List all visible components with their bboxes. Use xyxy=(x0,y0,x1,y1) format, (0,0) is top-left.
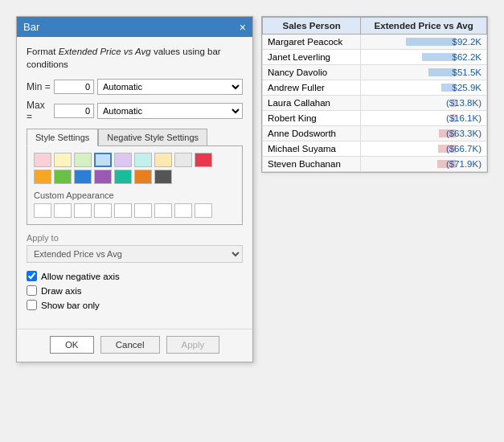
min-row: Min = Automatic xyxy=(27,79,243,95)
cell-value: ($71.9K) xyxy=(361,157,487,172)
allow-negative-axis-row: Allow negative axis xyxy=(27,271,243,281)
apply-to-select[interactable]: Extended Price vs Avg xyxy=(27,245,243,263)
table-row: Michael Suyama($66.7K) xyxy=(263,141,487,157)
min-select[interactable]: Automatic xyxy=(97,79,243,95)
draw-axis-label: Draw axis xyxy=(41,286,81,296)
custom-swatch-grid xyxy=(34,203,236,218)
custom-swatch-2[interactable] xyxy=(54,203,72,218)
swatch-2[interactable] xyxy=(74,153,92,167)
dialog-description: Format Extended Price vs Avg values usin… xyxy=(27,45,243,71)
draw-axis-row: Draw axis xyxy=(27,285,243,296)
table-row: Laura Callahan($13.8K) xyxy=(263,96,487,111)
data-table: Sales Person Extended Price vs Avg Marga… xyxy=(262,17,487,172)
swatch-10[interactable] xyxy=(54,170,72,184)
swatch-3[interactable] xyxy=(94,153,112,167)
max-label: Max = xyxy=(27,100,51,122)
max-input[interactable] xyxy=(54,104,94,118)
max-row: Max = Automatic xyxy=(27,100,243,122)
swatch-1[interactable] xyxy=(54,153,72,167)
tab-negative-style-settings[interactable]: Negative Style Settings xyxy=(98,129,207,146)
cell-sales-person: Janet Leverling xyxy=(263,50,361,65)
custom-swatch-8[interactable] xyxy=(174,203,192,218)
cell-value: ($13.8K) xyxy=(361,96,487,111)
bar-dialog: Bar × Format Extended Price vs Avg value… xyxy=(16,16,253,362)
cell-sales-person: Robert King xyxy=(263,111,361,126)
cell-sales-person: Michael Suyama xyxy=(263,141,361,157)
min-label: Min = xyxy=(27,81,51,92)
cell-value: ($16.1K) xyxy=(361,111,487,126)
table-row: Nancy Davolio$51.5K xyxy=(263,65,487,80)
cell-sales-person: Anne Dodsworth xyxy=(263,126,361,141)
swatch-14[interactable] xyxy=(134,170,152,184)
show-bar-only-row: Show bar only xyxy=(27,300,243,310)
table-header-row: Sales Person Extended Price vs Avg xyxy=(263,18,487,35)
cell-value: $25.9K xyxy=(361,80,487,96)
ok-button[interactable]: OK xyxy=(50,336,94,354)
swatch-8[interactable] xyxy=(195,153,212,167)
table-row: Robert King($16.1K) xyxy=(263,111,487,126)
allow-negative-axis-label: Allow negative axis xyxy=(41,272,120,281)
swatch-7[interactable] xyxy=(174,153,192,167)
dialog-buttons: OK Cancel Apply xyxy=(17,329,252,362)
custom-swatch-6[interactable] xyxy=(134,203,152,218)
show-bar-only-checkbox[interactable] xyxy=(27,300,37,310)
swatch-12[interactable] xyxy=(94,170,112,184)
apply-to-label: Apply to xyxy=(27,233,243,243)
cancel-button[interactable]: Cancel xyxy=(100,336,160,354)
custom-swatch-4[interactable] xyxy=(94,203,112,218)
table-row: Anne Dodsworth($63.3K) xyxy=(263,126,487,141)
swatch-9[interactable] xyxy=(34,170,51,184)
cell-sales-person: Margaret Peacock xyxy=(263,35,361,50)
cell-sales-person: Laura Callahan xyxy=(263,96,361,111)
dialog-title: Bar xyxy=(23,21,39,33)
swatch-11[interactable] xyxy=(74,170,92,184)
cell-sales-person: Andrew Fuller xyxy=(263,80,361,96)
cell-value: $51.5K xyxy=(361,65,487,80)
table-row: Steven Buchanan($71.9K) xyxy=(263,157,487,172)
header-sales-person: Sales Person xyxy=(263,18,361,35)
dialog-titlebar: Bar × xyxy=(17,17,252,37)
checkbox-section: Allow negative axis Draw axis Show bar o… xyxy=(27,271,243,310)
custom-swatch-3[interactable] xyxy=(74,203,92,218)
show-bar-only-label: Show bar only xyxy=(41,301,100,310)
swatch-15[interactable] xyxy=(154,170,172,184)
cell-sales-person: Nancy Davolio xyxy=(263,65,361,80)
header-extended-price: Extended Price vs Avg xyxy=(361,18,487,35)
swatch-0[interactable] xyxy=(34,153,51,167)
apply-button[interactable]: Apply xyxy=(166,336,220,354)
cell-value: $62.2K xyxy=(361,50,487,65)
dialog-body: Format Extended Price vs Avg values usin… xyxy=(17,37,252,322)
dialog-close-button[interactable]: × xyxy=(240,22,246,33)
custom-swatch-1[interactable] xyxy=(34,203,51,218)
cell-value: ($66.7K) xyxy=(361,141,487,157)
max-select[interactable]: Automatic xyxy=(97,103,243,119)
cell-value: ($63.3K) xyxy=(361,126,487,141)
cell-value: $92.2K xyxy=(361,35,487,50)
tab-style-settings[interactable]: Style Settings xyxy=(27,129,98,146)
table-row: Andrew Fuller$25.9K xyxy=(263,80,487,96)
cell-sales-person: Steven Buchanan xyxy=(263,157,361,172)
data-table-container: Sales Person Extended Price vs Avg Marga… xyxy=(261,16,488,173)
apply-to-section: Apply to Extended Price vs Avg xyxy=(27,233,243,263)
custom-swatch-5[interactable] xyxy=(114,203,132,218)
allow-negative-axis-checkbox[interactable] xyxy=(27,271,37,281)
min-input[interactable] xyxy=(54,80,94,94)
draw-axis-checkbox[interactable] xyxy=(27,285,37,296)
table-row: Margaret Peacock$92.2K xyxy=(263,35,487,50)
tab-content: Custom Appearance xyxy=(27,145,243,225)
swatch-13[interactable] xyxy=(114,170,132,184)
tab-bar: Style Settings Negative Style Settings xyxy=(27,129,243,146)
custom-swatch-9[interactable] xyxy=(195,203,212,218)
swatch-6[interactable] xyxy=(154,153,172,167)
swatch-5[interactable] xyxy=(134,153,152,167)
swatch-4[interactable] xyxy=(114,153,132,167)
table-row: Janet Leverling$62.2K xyxy=(263,50,487,65)
custom-swatch-7[interactable] xyxy=(154,203,172,218)
custom-appearance-label: Custom Appearance xyxy=(34,190,236,200)
swatch-grid xyxy=(34,153,236,184)
